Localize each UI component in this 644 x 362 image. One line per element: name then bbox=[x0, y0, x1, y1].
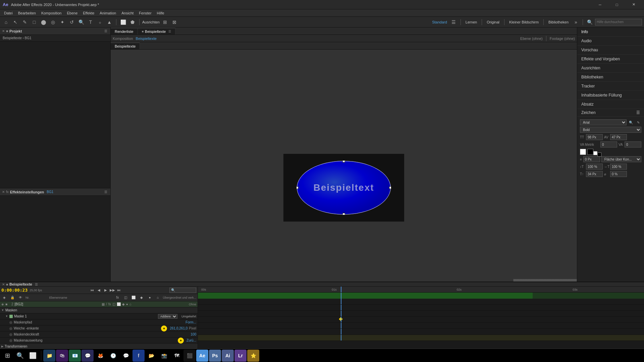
font-search-icon[interactable]: 🔍 bbox=[628, 119, 634, 125]
track-bg2-3-bar[interactable] bbox=[198, 335, 644, 341]
color-swap2[interactable] bbox=[597, 153, 601, 157]
taskbar-ai[interactable]: Ai bbox=[222, 350, 234, 362]
tool-pen[interactable]: ✎ bbox=[21, 18, 29, 26]
more-workspaces[interactable]: » bbox=[572, 18, 580, 26]
effect-menu-icon[interactable]: ☰ bbox=[103, 190, 108, 194]
transport-play[interactable]: ▶ bbox=[103, 287, 109, 293]
transport-next-frame[interactable]: ▶▶ bbox=[109, 287, 115, 293]
learn-label[interactable]: Lernen bbox=[464, 20, 479, 24]
tool-rotate[interactable]: ↺ bbox=[68, 18, 76, 26]
tool-clone[interactable]: ◎ bbox=[49, 18, 57, 26]
comp-tab-renderliste[interactable]: Renderliste bbox=[111, 28, 138, 35]
tracking2-input[interactable] bbox=[610, 171, 627, 177]
help-search-input[interactable] bbox=[595, 19, 642, 25]
minimize-button[interactable]: ─ bbox=[592, 0, 608, 9]
switch2[interactable]: / bbox=[106, 302, 107, 306]
stroke-type-dropdown[interactable]: Fläche über Kon... bbox=[601, 156, 641, 162]
tool-paint[interactable]: ⬦ bbox=[96, 18, 104, 26]
taskbar-whatsapp[interactable]: 💬 bbox=[82, 350, 94, 362]
comp-menu-icon[interactable]: ☰ bbox=[35, 283, 38, 286]
menu-fenster[interactable]: Fenster bbox=[136, 9, 154, 17]
right-panel-absatz[interactable]: Absatz bbox=[577, 100, 644, 109]
menu-animation[interactable]: Animation bbox=[97, 9, 119, 17]
menu-komposition[interactable]: Komposition bbox=[39, 9, 64, 17]
taskbar-capture[interactable]: 📸 bbox=[158, 350, 170, 362]
taskbar-app3[interactable]: 📧 bbox=[69, 350, 81, 362]
close-project-icon[interactable]: ✕ bbox=[2, 29, 5, 33]
taskview-btn[interactable]: ⬜ bbox=[27, 350, 39, 362]
tool-extra1[interactable]: ⬜ bbox=[119, 18, 127, 26]
motion-blur-icon[interactable]: ◫ bbox=[122, 295, 128, 301]
tool-fill[interactable]: ▲ bbox=[105, 18, 113, 26]
metrik-input[interactable] bbox=[600, 141, 617, 147]
taskbar-ae[interactable]: Ae bbox=[196, 350, 208, 362]
comp-ellipse[interactable]: Beispieltext bbox=[297, 161, 391, 215]
switch4[interactable]: ◫ bbox=[112, 302, 115, 306]
fill-color[interactable] bbox=[580, 149, 586, 155]
transform-expand[interactable]: ▶ bbox=[1, 345, 3, 348]
style-dropdown[interactable]: Bold bbox=[580, 127, 641, 133]
parent-icon[interactable]: ⌂ bbox=[155, 295, 161, 301]
klein-label[interactable]: Kleiner Bildschirm bbox=[507, 20, 541, 24]
stroke-color[interactable] bbox=[587, 149, 593, 155]
taskbar-lr[interactable]: Lr bbox=[234, 350, 247, 362]
transport-end[interactable]: ⏭ bbox=[116, 287, 122, 293]
right-panel-ausrichten[interactable]: Ausrichten bbox=[577, 64, 644, 73]
search-taskbar[interactable]: 🔍 bbox=[14, 350, 26, 362]
tool-extra2[interactable]: ⬟ bbox=[128, 18, 137, 26]
right-panel-bibliotheken[interactable]: Bibliotheken bbox=[577, 73, 644, 82]
maske1-row[interactable]: ▼ Maske 1 Addiere Umgekehrt bbox=[0, 313, 198, 319]
menu-bearbeiten[interactable]: Bearbeiten bbox=[15, 9, 39, 17]
switch6[interactable]: ◆ bbox=[122, 302, 125, 306]
biblio-label[interactable]: Bibliotheken bbox=[546, 20, 571, 24]
menu-ansicht[interactable]: Ansicht bbox=[119, 9, 136, 17]
taskbar-explorer[interactable]: 📂 bbox=[145, 350, 157, 362]
masks-expand[interactable]: ▼ bbox=[1, 309, 4, 312]
lock-icon[interactable]: 🔒 bbox=[9, 295, 15, 301]
solo-icon[interactable]: ◈ bbox=[1, 295, 7, 301]
taskbar-firefox[interactable]: 🦊 bbox=[94, 350, 106, 362]
vert-scale-input[interactable] bbox=[586, 164, 603, 170]
project-menu-icon[interactable]: ☰ bbox=[103, 29, 108, 33]
layer-search[interactable] bbox=[169, 288, 196, 293]
right-panel-inhalt[interactable]: Inhaltsbasierte Füllung bbox=[577, 91, 644, 100]
menu-hilfe[interactable]: Hilfe bbox=[154, 9, 167, 17]
taskbar-golden[interactable]: ⭐ bbox=[247, 350, 259, 362]
comp-tab-beispieltexte[interactable]: ■ Beispieltexte ☰ bbox=[138, 28, 176, 35]
workspace-menu[interactable]: ☰ bbox=[450, 18, 458, 26]
layer-row-bg2-selected[interactable]: ◈ ■ 2 [BG2] ▦ / fx ◫ ⬜ ◆ ● ⌂ Ohne bbox=[0, 301, 198, 307]
handle-bottom[interactable] bbox=[343, 213, 345, 215]
original-label[interactable]: Original bbox=[485, 20, 501, 24]
right-panel-info[interactable]: Info bbox=[577, 27, 644, 37]
start-button[interactable]: ⊞ bbox=[1, 350, 13, 362]
switch3[interactable]: fx bbox=[108, 302, 111, 306]
right-panel-tracker[interactable]: Tracker bbox=[577, 82, 644, 91]
transport-start[interactable]: ⏮ bbox=[89, 287, 95, 293]
taskbar-app10[interactable]: ⬛ bbox=[183, 350, 196, 362]
tool-zoom[interactable]: 🔍 bbox=[77, 18, 85, 26]
taskbar-store[interactable]: 🛍 bbox=[56, 350, 68, 362]
va-input[interactable] bbox=[625, 141, 641, 147]
handle-top[interactable] bbox=[343, 160, 345, 163]
visibility-icon[interactable]: 👁 bbox=[17, 295, 23, 301]
tool-brush[interactable]: ⬤ bbox=[40, 18, 48, 26]
effects-icon[interactable]: fx bbox=[114, 295, 120, 301]
right-panel-audio[interactable]: Audio bbox=[577, 37, 644, 46]
menu-effekte[interactable]: Effekte bbox=[80, 9, 97, 17]
switch1[interactable]: ▦ bbox=[102, 302, 105, 306]
tool-home[interactable]: ⌂ bbox=[2, 18, 10, 26]
close-effect-icon[interactable]: ✕ bbox=[2, 190, 5, 194]
taskbar-messenger[interactable]: 💬 bbox=[120, 350, 132, 362]
taskbar-map[interactable]: 🗺 bbox=[171, 350, 183, 362]
right-panel-zeichen[interactable]: Zeichen ☰ bbox=[577, 109, 644, 117]
horiz-scale-input[interactable] bbox=[610, 164, 627, 170]
align-btn2[interactable]: ⊠ bbox=[170, 18, 178, 26]
zeichen-menu[interactable]: ☰ bbox=[636, 110, 640, 115]
tool-rect[interactable]: □ bbox=[30, 18, 38, 26]
menu-ebene[interactable]: Ebene bbox=[64, 9, 80, 17]
font-size-input[interactable] bbox=[586, 134, 603, 140]
comp-tab-menu[interactable]: ☰ bbox=[168, 30, 171, 33]
3d-layer-icon[interactable]: ⬜ bbox=[130, 295, 137, 301]
switch7[interactable]: ● bbox=[126, 302, 128, 306]
maske1-mode-dropdown[interactable]: Addiere bbox=[158, 314, 177, 319]
